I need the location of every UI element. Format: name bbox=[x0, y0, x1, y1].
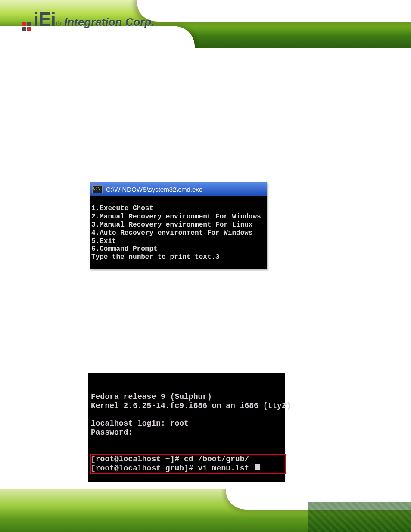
footer-pcb-texture bbox=[308, 502, 411, 532]
logo-subtext: Integration Corp. bbox=[64, 16, 154, 29]
logo-registered-icon: ® bbox=[56, 20, 61, 27]
cursor-icon bbox=[255, 464, 260, 470]
cmd-title-text: C:\WINDOWS\system32\cmd.exe bbox=[106, 186, 202, 193]
linux-highlighted-commands: [root@localhost ~]# cd /boot/grub/ [root… bbox=[91, 455, 285, 473]
logo-text: iEi bbox=[34, 9, 56, 30]
brand-logo: iEi ® Integration Corp. bbox=[22, 8, 155, 31]
header-swoosh-top bbox=[125, 0, 411, 22]
cmd-body: 1.Execute Ghost 2.Manual Recovery enviro… bbox=[90, 196, 267, 269]
cmd-icon bbox=[92, 185, 103, 193]
page-footer bbox=[0, 489, 411, 532]
cmd-titlebar: C:\WINDOWS\system32\cmd.exe bbox=[90, 182, 267, 196]
page-header: iEi ® Integration Corp. bbox=[0, 0, 411, 48]
logo-mark-icon bbox=[22, 22, 31, 31]
linux-output: Fedora release 9 (Sulphur) Kernel 2.6.25… bbox=[91, 392, 285, 437]
cmd-window: C:\WINDOWS\system32\cmd.exe 1.Execute Gh… bbox=[90, 182, 267, 269]
linux-terminal: Fedora release 9 (Sulphur) Kernel 2.6.25… bbox=[88, 373, 285, 482]
